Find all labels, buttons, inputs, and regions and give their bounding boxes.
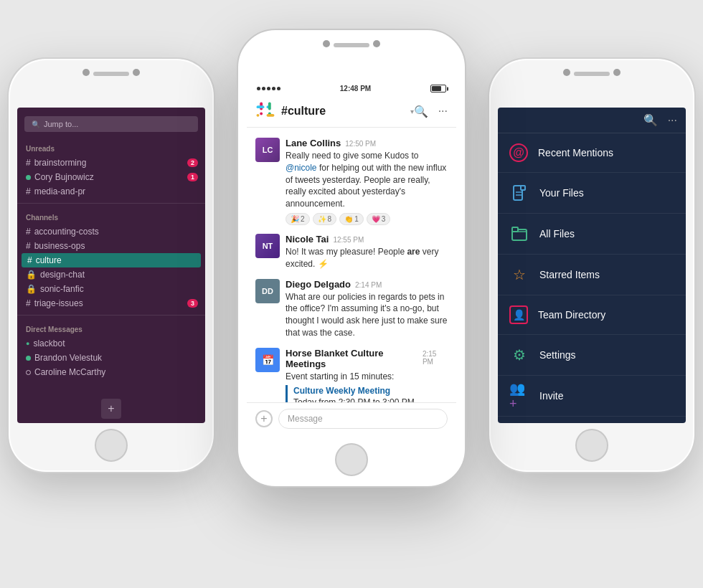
menu-item-recent-mentions[interactable]: @ Recent Mentions: [498, 133, 686, 173]
more-icon[interactable]: ···: [438, 105, 448, 118]
sidebar-item-media[interactable]: # media-and-pr: [17, 184, 205, 199]
menu-item-team-directory[interactable]: 👤 Team Directory: [498, 295, 686, 335]
msg-content-cal: Horse Blanket Culture Meetings 2:15 PM E…: [286, 348, 448, 402]
sidebar-item-accounting[interactable]: # accounting-costs: [17, 224, 205, 239]
ch-name: culture: [36, 255, 62, 265]
menu-label-team: Team Directory: [538, 309, 605, 321]
divider-1: [17, 203, 205, 204]
avatar-nicole: NT: [255, 234, 280, 258]
message-input[interactable]: Message: [278, 409, 448, 429]
event-title[interactable]: Culture Weekly Meeting: [293, 385, 448, 397]
search-icon-right[interactable]: 🔍: [643, 113, 658, 127]
ch-lock2: 🔒: [26, 284, 37, 294]
msg-header-cal: Horse Blanket Culture Meetings 2:15 PM: [286, 348, 448, 369]
message-calendar: 📅 Horse Blanket Culture Meetings 2:15 PM…: [247, 343, 456, 402]
sidebar-item-design[interactable]: 🔒 design-chat: [17, 267, 205, 282]
home-button-left[interactable]: [95, 429, 128, 462]
menu-item-settings[interactable]: ⚙ Settings: [498, 335, 686, 376]
reaction-sparkle[interactable]: ✨ 8: [313, 213, 337, 225]
channel-hash2: #: [26, 186, 31, 196]
message-lane: LC Lane Collins 12:50 PM Really need to …: [247, 133, 456, 229]
mention-nicole[interactable]: @nicole: [286, 163, 317, 173]
speaker-right: [574, 72, 610, 76]
dm-label: Direct Messages: [17, 320, 205, 336]
msg-header-diego: Diego Delgado 2:14 PM: [286, 279, 448, 290]
msg-text-cal: Event starting in 15 minutes: Culture We…: [286, 371, 448, 402]
camera-right-c: [373, 40, 380, 47]
right-screen: 🔍 ··· @ Recent Mentions: [498, 108, 686, 423]
message-nicole: NT Nicole Tai 12:55 PM No! It was my ple…: [247, 229, 456, 275]
unread-badge: 2: [187, 158, 198, 167]
reaction-party[interactable]: 🎉 2: [286, 213, 310, 225]
msg-header-nicole: Nicole Tai 12:55 PM: [286, 234, 448, 245]
home-button-right[interactable]: [575, 429, 608, 462]
sidebar-item-slackbot[interactable]: ● slackbot: [17, 336, 205, 351]
online-dot: [26, 175, 31, 180]
sidebar-item-caroline[interactable]: Caroline McCarthy: [17, 365, 205, 379]
menu-item-all-files[interactable]: All Files: [498, 214, 686, 255]
battery-icon: [430, 85, 446, 93]
add-button[interactable]: +: [101, 399, 121, 419]
chat-screen: 12:48 PM #culture: [247, 82, 456, 435]
team-icon: 👤: [509, 305, 528, 324]
msg-time-cal: 2:15 PM: [423, 350, 448, 366]
menu-item-invite[interactable]: 👥+ Invite: [498, 376, 686, 417]
ch-badge: 3: [187, 299, 198, 308]
ch-hash3: #: [26, 298, 31, 308]
bot-dot: ●: [26, 340, 29, 347]
sidebar-item-cory[interactable]: Cory Bujnowicz 1: [17, 170, 205, 184]
left-screen: 🔍 Jump to... Unreads # brainstorming 2 C…: [17, 108, 205, 423]
msg-text-diego: What are our policies in regards to pets…: [286, 291, 448, 339]
chat-header: #culture ▾ 🔍 ···: [247, 95, 456, 128]
sidebar-item-business[interactable]: # business-ops: [17, 239, 205, 253]
sidebar: 🔍 Jump to... Unreads # brainstorming 2 C…: [17, 108, 205, 423]
menu-header: 🔍 ···: [498, 108, 686, 133]
msg-content-lane: Lane Collins 12:50 PM Really need to giv…: [286, 138, 448, 225]
ch-hash: #: [27, 255, 32, 265]
home-button-center[interactable]: [335, 443, 368, 476]
dm-name2: Brandon Velestuk: [34, 353, 102, 363]
menu-item-switch-teams[interactable]: ⇄ Switch Teams: [498, 417, 686, 423]
menu-label-recent: Recent Mentions: [538, 147, 613, 158]
channel-hash: #: [26, 158, 31, 168]
center-screen: 12:48 PM #culture: [247, 82, 456, 435]
right-menu: 🔍 ··· @ Recent Mentions: [498, 108, 686, 423]
reaction-clap[interactable]: 👏 1: [339, 213, 364, 225]
msg-header-lane: Lane Collins 12:50 PM: [286, 138, 448, 148]
add-attachment-button[interactable]: +: [255, 410, 273, 427]
sidebar-item-triage[interactable]: # triage-issues 3: [17, 296, 205, 310]
phone-left: 🔍 Jump to... Unreads # brainstorming 2 C…: [7, 57, 215, 473]
divider-2: [17, 315, 205, 316]
dm-badge: 1: [187, 173, 198, 181]
camera-right-r: [613, 69, 621, 76]
more-icon-right[interactable]: ···: [668, 114, 677, 127]
msg-content-diego: Diego Delgado 2:14 PM What are our polic…: [286, 279, 448, 339]
msg-author-cal: Horse Blanket Culture Meetings: [286, 348, 418, 369]
sidebar-item-culture[interactable]: # culture: [22, 253, 201, 267]
offline-dot: [26, 370, 31, 375]
sidebar-search[interactable]: 🔍 Jump to...: [24, 116, 198, 132]
sidebar-item-brainstorming[interactable]: # brainstorming 2: [17, 156, 205, 170]
event-card: Culture Weekly Meeting Today from 2:30 P…: [286, 385, 448, 402]
header-icons: 🔍 ···: [414, 105, 448, 118]
menu-item-starred[interactable]: ☆ Starred Items: [498, 255, 686, 295]
msg-text-lane: Really need to give some Kudos to @nicol…: [286, 150, 448, 210]
menu-item-your-files[interactable]: Your Files: [498, 173, 686, 214]
event-time: Today from 2:30 PM to 3:00 PM: [293, 397, 448, 402]
reaction-heart[interactable]: 💗 3: [367, 213, 391, 225]
file-icon: [509, 183, 529, 203]
reactions-lane: 🎉 2 ✨ 8 👏 1 💗 3: [286, 213, 448, 225]
message-input-bar: + Message: [247, 402, 456, 435]
svg-rect-6: [267, 114, 275, 117]
ch-lock: 🔒: [26, 270, 37, 280]
dm-name3: Caroline McCarthy: [34, 367, 105, 377]
search-icon-header[interactable]: 🔍: [414, 105, 428, 118]
calendar-avatar: 📅: [255, 348, 280, 372]
sidebar-item-brandon[interactable]: Brandon Velestuk: [17, 351, 205, 365]
ch-hash: #: [26, 227, 31, 237]
at-icon: @: [509, 143, 528, 162]
sidebar-item-sonic[interactable]: 🔒 sonic-fanfic: [17, 282, 205, 296]
camera-left: [82, 69, 90, 76]
search-icon: 🔍: [32, 120, 40, 128]
phone-center: 12:48 PM #culture: [237, 29, 466, 488]
